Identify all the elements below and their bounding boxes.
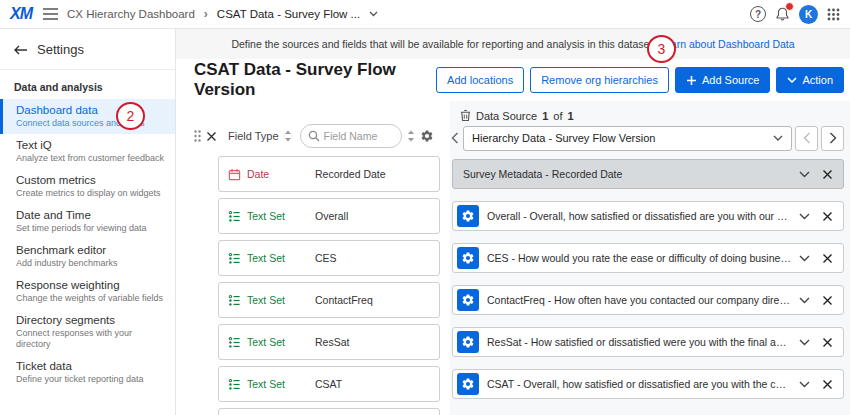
sidebar-item-dashboard-data[interactable]: Dashboard data Connect data sources and …: [0, 99, 175, 134]
chevron-down-icon[interactable]: [799, 297, 810, 304]
chevron-down-icon[interactable]: [799, 213, 810, 220]
field-search: [300, 124, 402, 148]
field-type-label: Date: [247, 168, 269, 180]
sidebar-item-text-iq[interactable]: Text iQ Analyze text from customer feedb…: [0, 134, 175, 169]
text-set-icon: [228, 210, 241, 223]
xm-logo[interactable]: XM: [10, 5, 32, 23]
mapped-fields-list: Survey Metadata - Recorded Date Overall …: [452, 159, 844, 411]
field-row[interactable]: Text Set Overall: [218, 198, 440, 234]
chevron-right-icon: [829, 132, 837, 144]
chevron-down-icon[interactable]: [369, 11, 378, 17]
trash-icon[interactable]: [460, 109, 471, 122]
sort-icon[interactable]: [407, 130, 415, 142]
breadcrumb-current[interactable]: CSAT Data - Survey Flow ...: [217, 8, 360, 20]
field-type-cell: Text Set: [219, 378, 315, 391]
sidebar-item-custom-metrics[interactable]: Custom metrics Create metrics to display…: [0, 169, 175, 204]
chevron-down-icon: [773, 135, 783, 141]
text-set-icon: [228, 336, 241, 349]
field-settings-gear-icon[interactable]: [457, 247, 479, 269]
field-type-cell: Date: [219, 168, 315, 181]
data-source-label: Data Source: [476, 110, 537, 122]
action-button[interactable]: Action: [776, 67, 844, 93]
field-row[interactable]: Text Set ContactFreq: [218, 282, 440, 318]
mapped-field-text: Survey Metadata - Recorded Date: [453, 168, 791, 180]
sidebar-item-directory-segments[interactable]: Directory segments Connect responses wit…: [0, 309, 175, 355]
remove-field-icon[interactable]: [822, 295, 833, 306]
notification-badge: [785, 2, 794, 11]
sidebar-item-label: Response weighting: [16, 279, 167, 292]
sidebar-item-ticket-data[interactable]: Ticket data Define your ticket reporting…: [0, 355, 175, 390]
remove-field-icon[interactable]: [822, 211, 833, 222]
field-row[interactable]: Text Set ResSat: [218, 324, 440, 360]
remove-field-icon[interactable]: [822, 379, 833, 390]
add-source-button[interactable]: Add Source: [675, 67, 770, 93]
chevron-down-icon[interactable]: [799, 381, 810, 388]
field-search-input[interactable]: [324, 130, 394, 142]
title-row: CSAT Data - Survey Flow Version Add loca…: [176, 59, 850, 101]
mapped-field-text: Overall - Overall, how satisfied or diss…: [487, 210, 791, 222]
app-grid-icon[interactable]: [827, 8, 840, 21]
field-name: ResSat: [315, 336, 349, 348]
field-settings-gear-icon[interactable]: [457, 205, 479, 227]
remove-field-icon[interactable]: [822, 169, 833, 180]
field-row[interactable]: Text Set CES: [218, 240, 440, 276]
mapped-field-card[interactable]: Survey Metadata - Recorded Date: [452, 159, 844, 189]
learn-link[interactable]: Learn about Dashboard Data: [659, 38, 794, 50]
field-name: ContactFreq: [315, 294, 373, 306]
field-row[interactable]: Date Recorded Date: [218, 156, 440, 192]
remove-field-icon[interactable]: [822, 337, 833, 348]
mapped-field-card[interactable]: Overall - Overall, how satisfied or diss…: [452, 201, 844, 231]
close-icon[interactable]: [206, 131, 217, 142]
text-set-icon: [228, 252, 241, 265]
help-icon[interactable]: ?: [750, 6, 766, 22]
data-source-panel: Data Source 1 of 1 Hierarchy Data - Surv…: [450, 101, 850, 415]
drag-handle-icon[interactable]: [194, 130, 201, 142]
mapped-field-text: ResSat - How satisfied or dissatisfied w…: [487, 336, 791, 348]
field-settings-gear-icon[interactable]: [457, 331, 479, 353]
settings-gear-icon[interactable]: [420, 129, 434, 143]
mapped-field-card[interactable]: CSAT - Overall, how satisfied or dissati…: [452, 369, 844, 399]
hamburger-menu-icon[interactable]: [43, 8, 58, 20]
chevron-down-icon[interactable]: [799, 255, 810, 262]
data-source-dropdown[interactable]: Hierarchy Data - Survey Flow Version: [463, 126, 792, 151]
field-type-header[interactable]: Field Type: [228, 130, 279, 142]
chevron-down-icon: [787, 77, 797, 83]
sidebar-item-desc: Define your ticket reporting data: [16, 374, 167, 385]
sidebar-item-benchmark-editor[interactable]: Benchmark editor Add industry benchmarks: [0, 239, 175, 274]
next-source-button[interactable]: [821, 126, 844, 151]
collapse-chevron-left-icon[interactable]: [450, 132, 460, 144]
remove-org-hierarchies-button[interactable]: Remove org hierarchies: [530, 67, 669, 93]
field-type-label: Text Set: [247, 294, 285, 306]
field-settings-gear-icon[interactable]: [457, 373, 479, 395]
breadcrumb-separator: ›: [204, 7, 208, 21]
sidebar-section-header: Data and analysis: [0, 70, 175, 99]
mapped-field-card[interactable]: ResSat - How satisfied or dissatisfied w…: [452, 327, 844, 357]
sidebar-item-date-and-time[interactable]: Date and Time Set time periods for viewi…: [0, 204, 175, 239]
notifications-bell-icon[interactable]: [775, 6, 790, 22]
sidebar-item-label: Text iQ: [16, 139, 167, 152]
prev-source-button[interactable]: [795, 126, 818, 151]
fields-list: Date Recorded Date Text Set Overall Text…: [218, 156, 440, 415]
data-source-controls: Hierarchy Data - Survey Flow Version: [450, 125, 844, 151]
sidebar-item-desc: Change the weights of variable fields: [16, 293, 167, 304]
sidebar-item-response-weighting[interactable]: Response weighting Change the weights of…: [0, 274, 175, 309]
search-icon: [308, 130, 320, 142]
chevron-down-icon[interactable]: [799, 171, 810, 178]
mapped-field-card[interactable]: ContactFreq - How often have you contact…: [452, 285, 844, 315]
field-settings-gear-icon[interactable]: [457, 289, 479, 311]
annotation-circle-3: 3: [647, 35, 676, 63]
avatar[interactable]: K: [799, 5, 818, 24]
field-type-label: Text Set: [247, 252, 285, 264]
field-row[interactable]: Text Set CSAT: [218, 366, 440, 402]
remove-field-icon[interactable]: [822, 253, 833, 264]
chevron-down-icon[interactable]: [799, 339, 810, 346]
sort-icon[interactable]: [284, 130, 292, 142]
breadcrumb-root[interactable]: CX Hierarchy Dashboard: [67, 8, 195, 20]
add-locations-button[interactable]: Add locations: [436, 67, 524, 93]
field-row-partial[interactable]: [218, 408, 440, 415]
mapped-field-card[interactable]: CES - How would you rate the ease or dif…: [452, 243, 844, 273]
annotation-circle-2: 2: [116, 102, 145, 130]
field-name: CES: [315, 252, 337, 264]
back-to-settings[interactable]: Settings: [0, 29, 175, 70]
text-set-icon: [228, 294, 241, 307]
